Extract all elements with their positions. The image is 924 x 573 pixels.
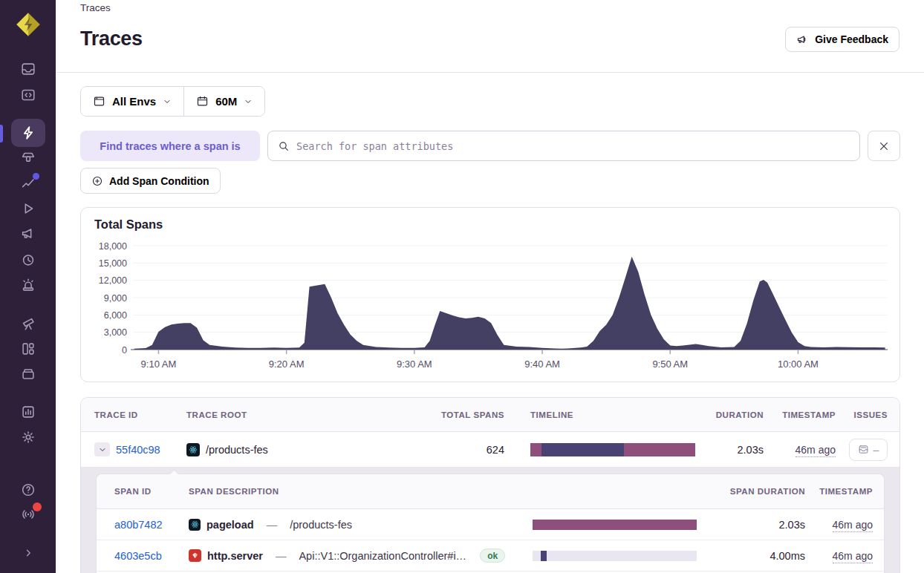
svg-text:9:50 AM: 9:50 AM — [652, 358, 688, 370]
breadcrumb[interactable]: Traces — [80, 2, 111, 13]
sentry-logo[interactable] — [0, 10, 56, 39]
react-platform-icon — [186, 443, 200, 456]
sidebar-item-replays[interactable] — [0, 196, 56, 221]
trace-timeline-bar — [530, 443, 695, 456]
total-spans-chart: 03,0006,0009,00012,00015,00018,0009:10 A… — [81, 208, 901, 383]
logo-icon — [14, 10, 42, 39]
layout-blocks-icon — [20, 341, 36, 357]
span-table-card: SPAN ID SPAN DESCRIPTION SPAN DURATION T… — [96, 474, 885, 573]
separator: — — [276, 550, 287, 562]
trace-row: 55f40c98 /products-fes 624 2.03s 46m ago… — [81, 432, 899, 467]
chevron-down-icon — [244, 97, 253, 106]
megaphone-icon — [796, 33, 809, 46]
give-feedback-label: Give Feedback — [815, 33, 888, 45]
sidebar-item-archive[interactable] — [0, 361, 56, 387]
siren-icon — [20, 277, 36, 293]
sidebar-item-performance[interactable] — [0, 171, 56, 196]
sidebar-collapse-button[interactable] — [0, 540, 56, 566]
svg-text:9:10 AM: 9:10 AM — [141, 358, 177, 370]
history-clock-icon — [20, 252, 36, 268]
span-description: Api::V1::OrganizationController#i… — [299, 550, 466, 562]
col-span-timestamp: TIMESTAMP — [805, 487, 873, 496]
add-span-condition-button[interactable]: Add Span Condition — [80, 168, 221, 194]
search-input[interactable] — [296, 140, 850, 152]
time-range-filter[interactable]: 60M — [183, 87, 264, 116]
window-icon — [93, 95, 105, 108]
notification-dot — [33, 173, 39, 180]
megaphone-icon — [20, 226, 36, 242]
sidebar-item-dashboards[interactable] — [0, 336, 56, 361]
sidebar-item-alerts[interactable] — [0, 272, 56, 298]
col-total-spans: TOTAL SPANS — [408, 410, 504, 419]
trace-root-value: /products-fes — [206, 444, 268, 456]
sidebar-item-issues[interactable] — [0, 56, 56, 82]
span-id-link[interactable]: 4603e5cb — [114, 550, 162, 562]
span-row: 4603e5cb http.server — Api::V1::Organiza… — [97, 540, 884, 572]
expand-trace-button[interactable] — [94, 442, 110, 456]
sidebar-item-releases[interactable] — [0, 247, 56, 272]
svg-text:3,000: 3,000 — [104, 327, 127, 338]
svg-text:9:40 AM: 9:40 AM — [524, 358, 560, 370]
chevron-down-icon — [163, 97, 172, 106]
sidebar-item-projects[interactable] — [0, 82, 56, 108]
col-timestamp: TIMESTAMP — [775, 410, 836, 419]
expanded-trace-panel: SPAN ID SPAN DESCRIPTION SPAN DURATION T… — [81, 467, 899, 573]
telescope-icon — [20, 315, 36, 332]
archive-box-icon — [20, 366, 36, 382]
close-icon — [878, 140, 890, 152]
sidebar-item-broadcasts[interactable] — [0, 502, 56, 527]
span-attributes-search[interactable] — [267, 131, 860, 161]
span-timestamp-value: 46m ago — [833, 550, 873, 563]
search-icon — [278, 140, 290, 152]
trace-timestamp-value: 46m ago — [796, 444, 836, 457]
gear-icon — [20, 429, 36, 445]
separator: — — [267, 519, 278, 531]
react-platform-icon — [189, 519, 201, 531]
traces-table-header: TRACE ID TRACE ROOT TOTAL SPANS TIMELINE… — [81, 398, 899, 432]
give-feedback-button[interactable]: Give Feedback — [785, 27, 899, 52]
svg-text:18,000: 18,000 — [99, 241, 127, 252]
sidebar-item-insights[interactable] — [0, 145, 56, 171]
issues-count: – — [873, 444, 879, 456]
svg-text:9:20 AM: 9:20 AM — [269, 358, 305, 370]
query-builder-row: Find traces where a span is — [80, 131, 900, 161]
broadcast-alert-dot — [33, 502, 42, 511]
col-trace-root: TRACE ROOT — [186, 410, 408, 419]
funnel-icon — [20, 150, 36, 166]
trace-id-link[interactable]: 55f40c98 — [116, 444, 160, 456]
page-title: Traces — [80, 27, 143, 50]
col-span-duration: SPAN DURATION — [697, 487, 805, 496]
traces-table: TRACE ID TRACE ROOT TOTAL SPANS TIMELINE… — [80, 397, 900, 573]
total-spans-value: 624 — [408, 444, 504, 456]
span-duration-value: 4.00ms — [697, 550, 805, 562]
environment-filter[interactable]: All Envs — [81, 87, 183, 116]
sidebar-item-settings[interactable] — [0, 425, 56, 450]
calendar-icon — [196, 95, 209, 108]
ruby-platform-icon — [189, 549, 201, 562]
trace-duration-value: 2.03s — [695, 444, 764, 456]
chevron-right-icon — [22, 546, 35, 560]
total-spans-panel: Total Spans 03,0006,0009,00012,00015,000… — [80, 207, 900, 382]
code-folder-icon — [20, 87, 36, 103]
sidebar-item-stats[interactable] — [0, 399, 56, 425]
svg-text:0: 0 — [122, 345, 127, 356]
trace-issues-button[interactable]: – — [849, 439, 888, 461]
span-id-link[interactable]: a80b7482 — [114, 519, 163, 531]
sidebar-item-feedback[interactable] — [0, 221, 56, 246]
find-traces-label: Find traces where a span is — [80, 131, 260, 161]
col-issues: ISSUES — [836, 410, 888, 419]
span-op: http.server — [207, 550, 263, 562]
span-duration-bar — [533, 520, 697, 530]
sidebar-item-traces[interactable] — [0, 119, 56, 147]
svg-text:12,000: 12,000 — [99, 275, 127, 286]
clear-search-button[interactable] — [868, 131, 900, 161]
sidebar-item-discover[interactable] — [0, 311, 56, 336]
col-span-description: SPAN DESCRIPTION — [189, 487, 533, 496]
span-row: a80b7482 pageload — /products-fes 2.03s … — [97, 509, 884, 540]
main-content: Traces Traces Give Feedback All Envs 60M… — [56, 0, 924, 573]
sidebar-item-help[interactable] — [0, 477, 56, 502]
svg-text:9:30 AM: 9:30 AM — [397, 358, 432, 370]
span-status-badge: ok — [480, 549, 505, 563]
col-span-id: SPAN ID — [114, 487, 189, 496]
col-timeline: TIMELINE — [530, 410, 695, 419]
